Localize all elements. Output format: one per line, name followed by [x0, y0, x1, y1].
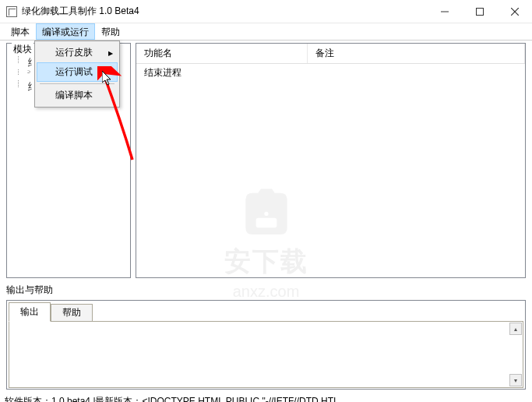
output-section: 输出与帮助 输出 帮助 ▴ ▾ [0, 280, 532, 393]
app-icon [6, 6, 17, 17]
dd-run-debug[interactable]: 运行调试 [37, 62, 118, 82]
scroll-up-button[interactable]: ▴ [509, 323, 522, 335]
list-row[interactable]: 结束进程 [136, 64, 525, 82]
output-box: 输出 帮助 ▴ ▾ [6, 300, 526, 390]
output-label: 输出与帮助 [6, 282, 526, 298]
output-tabs: 输出 帮助 [7, 301, 525, 322]
cell-function-name: 结束进程 [144, 67, 181, 78]
list-header: 功能名 备注 [136, 44, 525, 64]
scroll-down-button[interactable]: ▾ [509, 374, 522, 386]
dropdown-menu: 运行皮肤 ▶ 运行调试 编译脚本 [34, 41, 120, 108]
svg-rect-1 [476, 8, 483, 15]
col-note[interactable]: 备注 [308, 44, 525, 63]
menu-help[interactable]: 帮助 [95, 23, 126, 40]
menu-script[interactable]: 脚本 [5, 23, 36, 40]
tab-output[interactable]: 输出 [9, 302, 51, 322]
list-panel: 功能名 备注 结束进程 [136, 43, 526, 278]
col-function-name[interactable]: 功能名 [136, 44, 308, 63]
statusbar: 软件版本：1.0 beta4 |最新版本：<!DOCTYPE HTML PUBL… [0, 393, 532, 402]
dd-label: 运行皮肤 [55, 47, 93, 58]
minimize-button[interactable] [427, 0, 462, 23]
window-controls [427, 0, 532, 23]
dd-label: 运行调试 [55, 66, 93, 77]
dd-run-skin[interactable]: 运行皮肤 ▶ [37, 43, 118, 62]
tab-help[interactable]: 帮助 [51, 304, 93, 322]
submenu-arrow-icon: ▶ [108, 49, 113, 56]
maximize-button[interactable] [462, 0, 497, 23]
dropdown-separator [40, 83, 115, 84]
titlebar: 绿化御载工具制作 1.0 Beta4 [0, 0, 532, 23]
menubar: 脚本 编译或运行 帮助 [0, 23, 532, 41]
close-button[interactable] [497, 0, 532, 23]
output-content: ▴ ▾ [9, 321, 523, 388]
dd-label: 编译脚本 [55, 90, 93, 100]
tree-label: 模块 [12, 43, 33, 56]
dd-compile-script[interactable]: 编译脚本 [37, 86, 118, 105]
list-body: 结束进程 [136, 64, 525, 277]
menu-compile-run[interactable]: 编译或运行 [36, 23, 95, 40]
window-title: 绿化御载工具制作 1.0 Beta4 [22, 5, 139, 18]
